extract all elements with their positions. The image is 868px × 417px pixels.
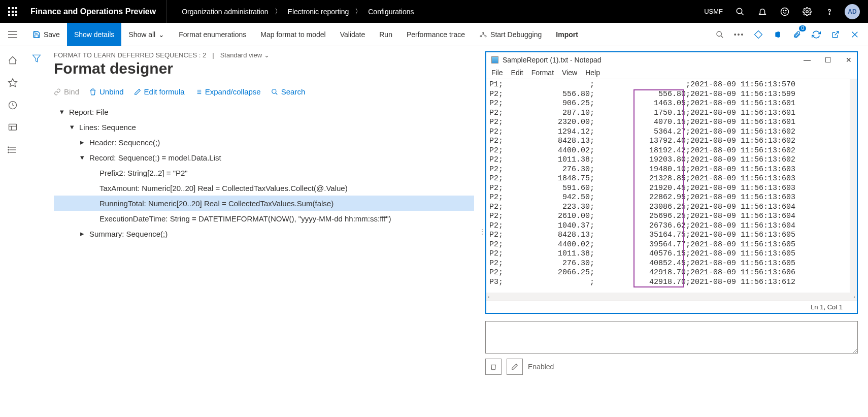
menu-view[interactable]: View xyxy=(562,69,577,77)
scrollbar-vertical[interactable] xyxy=(850,79,857,293)
start-debugging-button[interactable]: Start Debugging xyxy=(472,23,549,46)
modules-icon[interactable] xyxy=(7,144,19,156)
help-icon[interactable] xyxy=(819,0,840,23)
svg-rect-7 xyxy=(12,14,14,16)
delete-button[interactable] xyxy=(485,359,502,375)
tree-node[interactable]: ▾Lines: Sequence xyxy=(54,119,474,135)
svg-point-15 xyxy=(829,13,830,14)
caret-right-icon: ▸ xyxy=(78,138,86,147)
hamburger-icon[interactable] xyxy=(0,23,25,46)
format-enumerations-button[interactable]: Format enumerations xyxy=(172,23,253,46)
scrollbar-horizontal[interactable] xyxy=(491,293,852,300)
edit-formula-button[interactable]: Edit formula xyxy=(134,87,185,96)
description-textarea[interactable] xyxy=(485,321,858,354)
refresh-icon[interactable] xyxy=(808,26,824,43)
splitter[interactable]: ⋮ xyxy=(479,46,485,417)
run-button[interactable]: Run xyxy=(372,23,399,46)
tree-node[interactable]: ▸Header: Sequence(;) xyxy=(54,135,474,150)
filter-icon[interactable] xyxy=(30,52,43,65)
expand-collapse-button[interactable]: Expand/collapse xyxy=(195,87,261,96)
maximize-icon[interactable]: ☐ xyxy=(825,56,831,64)
badge-count: 0 xyxy=(799,25,806,31)
breadcrumb-item[interactable]: Configurations xyxy=(368,8,414,16)
actionbar-right: ••• 0 xyxy=(712,26,868,43)
close-icon[interactable]: ✕ xyxy=(846,56,852,64)
svg-point-34 xyxy=(8,147,9,148)
svg-rect-5 xyxy=(15,11,17,13)
more-icon[interactable]: ••• xyxy=(731,26,747,43)
search-icon xyxy=(271,88,278,95)
unbind-button[interactable]: Unbind xyxy=(89,87,124,96)
page-caption-row: FORMAT TO LEARN DEFERRED SEQUENCES : 2 |… xyxy=(48,51,474,60)
workspace-icon[interactable] xyxy=(7,121,19,134)
svg-marker-37 xyxy=(33,55,41,62)
svg-rect-8 xyxy=(15,14,17,16)
pencil-icon xyxy=(134,88,141,95)
attach-icon[interactable]: 0 xyxy=(789,26,805,43)
diamond-icon[interactable] xyxy=(750,26,766,43)
tree-node[interactable]: Prefix2: String[2..2] = "P2" xyxy=(54,165,474,180)
gear-icon[interactable] xyxy=(797,0,817,23)
popout-icon[interactable] xyxy=(827,26,844,43)
show-details-button[interactable]: Show details xyxy=(67,23,121,46)
svg-point-13 xyxy=(786,10,787,11)
tree-node[interactable]: TaxAmount: Numeric[20..20] Real = Collec… xyxy=(54,180,474,196)
recent-icon[interactable] xyxy=(7,99,19,111)
validate-button[interactable]: Validate xyxy=(333,23,373,46)
breadcrumb-item[interactable]: Organization administration xyxy=(182,8,268,16)
bind-button[interactable]: Bind xyxy=(54,87,79,96)
show-all-button[interactable]: Show all⌄ xyxy=(121,23,172,46)
minimize-icon[interactable]: — xyxy=(804,56,811,64)
menu-format[interactable]: Format xyxy=(531,69,554,77)
svg-rect-1 xyxy=(12,7,14,9)
close-icon[interactable] xyxy=(847,26,863,43)
office-icon[interactable] xyxy=(770,26,786,43)
entity-label[interactable]: USMF xyxy=(699,8,728,15)
view-selector[interactable]: Standard view ⌄ xyxy=(220,51,270,59)
svg-point-11 xyxy=(781,8,789,15)
star-icon[interactable] xyxy=(7,77,19,89)
tree-node-selected[interactable]: RunningTotal: Numeric[20..20] Real = Col… xyxy=(54,196,474,211)
tree-node[interactable]: ▸Summary: Sequence(;) xyxy=(54,226,474,241)
svg-rect-6 xyxy=(8,14,10,16)
layout: FORMAT TO LEARN DEFERRED SEQUENCES : 2 |… xyxy=(0,46,868,417)
svg-marker-26 xyxy=(9,79,17,87)
scroll-left-icon[interactable]: ‹ xyxy=(486,294,491,300)
smile-icon[interactable] xyxy=(775,0,795,23)
svg-point-21 xyxy=(485,36,486,37)
svg-point-20 xyxy=(480,36,482,37)
save-label: Save xyxy=(44,30,60,39)
link-icon xyxy=(54,88,61,95)
breadcrumb-item[interactable]: Electronic reporting xyxy=(288,8,349,16)
home-icon[interactable] xyxy=(7,54,19,67)
bottom-row: Enabled xyxy=(485,359,858,375)
menu-help[interactable]: Help xyxy=(585,69,600,77)
pencil-icon xyxy=(511,363,518,370)
app-launcher-icon[interactable] xyxy=(0,0,25,23)
tree-node[interactable]: ▾Record: Sequence(;) = model.Data.List xyxy=(54,150,474,165)
tree-node[interactable]: ▾Report: File xyxy=(54,104,474,119)
bell-icon[interactable] xyxy=(752,0,773,23)
trash-icon xyxy=(89,88,96,95)
import-button[interactable]: Import xyxy=(549,23,585,46)
right-pane: SampleReport (1).txt - Notepad — ☐ ✕ Fil… xyxy=(485,46,868,417)
svg-line-10 xyxy=(741,13,744,15)
avatar[interactable]: AD xyxy=(845,4,860,19)
search-button[interactable]: Search xyxy=(271,87,306,96)
svg-point-44 xyxy=(272,89,276,93)
svg-point-36 xyxy=(8,152,9,153)
search-icon[interactable] xyxy=(730,0,750,23)
edit-button[interactable] xyxy=(507,359,523,375)
map-format-button[interactable]: Map format to model xyxy=(253,23,332,46)
tree-node[interactable]: ExecutionDateTime: String = DATETIMEFORM… xyxy=(54,211,474,226)
notepad-content[interactable]: P1; ; ;2021-08-09 11:56:13:570 P2; 556.8… xyxy=(486,79,857,293)
scroll-right-icon[interactable]: › xyxy=(852,294,857,300)
menu-edit[interactable]: Edit xyxy=(511,69,523,77)
notepad-titlebar[interactable]: SampleReport (1).txt - Notepad — ☐ ✕ xyxy=(486,52,857,68)
menu-file[interactable]: File xyxy=(491,69,503,77)
search-icon[interactable] xyxy=(712,26,728,43)
svg-point-9 xyxy=(737,8,742,14)
save-button[interactable]: Save xyxy=(25,23,67,46)
performance-trace-button[interactable]: Performance trace xyxy=(399,23,472,46)
svg-rect-0 xyxy=(8,7,10,9)
